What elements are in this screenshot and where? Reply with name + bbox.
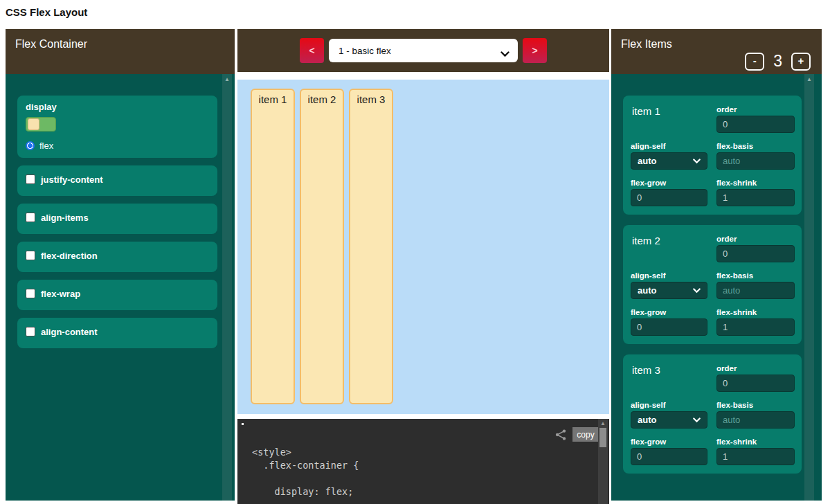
flex-container-title: Flex Container — [15, 38, 87, 51]
flex-wrap-checkbox[interactable] — [26, 289, 35, 298]
order-input[interactable] — [716, 116, 795, 133]
scroll-up-icon[interactable]: ▲ — [598, 419, 608, 428]
add-item-button[interactable]: + — [791, 53, 811, 71]
property-card-align-content: align-content — [17, 318, 217, 348]
item-card-title: item 1 — [631, 105, 707, 133]
chevron-down-icon — [693, 415, 701, 425]
item-count: 3 — [773, 52, 782, 71]
order-input[interactable] — [716, 375, 795, 392]
preview-flex-item: item 2 — [300, 89, 344, 404]
code-line: <style> — [252, 447, 359, 460]
page-title: CSS Flex Layout — [6, 6, 87, 18]
flex-shrink-input[interactable] — [716, 318, 795, 336]
flex-basis-input[interactable] — [716, 411, 795, 429]
align-content-checkbox[interactable] — [26, 327, 35, 336]
right-panel-scrollbar[interactable]: ▲ — [804, 74, 814, 501]
flex-direction-label: flex-direction — [41, 251, 98, 261]
order-field: order — [716, 105, 795, 133]
order-field: order — [716, 364, 795, 392]
justify-content-label: justify-content — [41, 174, 103, 185]
flex-basis-input[interactable] — [716, 282, 795, 299]
property-card-align-items: align-items — [17, 204, 217, 234]
flex-shrink-field: flex-shrink — [716, 438, 795, 465]
display-label: display — [26, 102, 209, 112]
flex-grow-input[interactable] — [631, 448, 707, 465]
flex-items-body: item 1 order align-self auto flex-basis — [611, 74, 822, 501]
preview-flex-item: item 1 — [251, 89, 295, 404]
order-label: order — [716, 105, 795, 114]
scroll-up-icon[interactable]: ▲ — [804, 74, 814, 84]
flex-grow-field: flex-grow — [631, 438, 707, 465]
next-example-button[interactable]: > — [523, 38, 547, 63]
flex-wrap-label: flex-wrap — [41, 289, 80, 299]
flex-items-title: Flex Items — [621, 38, 672, 51]
flex-basis-field: flex-basis — [716, 271, 795, 299]
flex-basis-label: flex-basis — [716, 271, 795, 280]
chevron-down-icon — [693, 156, 701, 166]
flex-shrink-label: flex-shrink — [716, 438, 795, 446]
justify-content-checkbox[interactable] — [26, 174, 35, 184]
align-self-select[interactable]: auto — [631, 411, 707, 429]
flex-grow-field: flex-grow — [631, 179, 707, 206]
flex-radio[interactable] — [26, 141, 35, 150]
code-line — [252, 473, 359, 486]
toggle-knob — [28, 118, 39, 130]
align-self-label: align-self — [631, 401, 707, 409]
scrollbar-thumb[interactable] — [599, 428, 606, 447]
copy-button[interactable]: copy — [572, 427, 599, 442]
flex-direction-checkbox[interactable] — [26, 251, 35, 260]
chevron-down-icon — [693, 285, 701, 296]
flex-items-header: Flex Items - 3 + — [611, 29, 822, 74]
align-self-value: auto — [638, 156, 656, 166]
align-self-field: align-self auto — [631, 142, 707, 170]
align-self-select[interactable]: auto — [631, 282, 707, 299]
align-self-field: align-self auto — [631, 271, 707, 299]
order-input[interactable] — [716, 245, 795, 262]
align-items-checkbox[interactable] — [26, 213, 35, 222]
example-select[interactable]: 1 - basic flex — [329, 39, 518, 62]
flex-preview-area: item 1 item 2 item 3 — [237, 80, 609, 414]
remove-item-button[interactable]: - — [745, 53, 764, 71]
flex-shrink-field: flex-shrink — [716, 179, 795, 206]
property-card-flex-wrap: flex-wrap — [17, 280, 217, 310]
align-self-label: align-self — [631, 142, 707, 150]
display-toggle[interactable] — [26, 117, 56, 132]
flex-grow-label: flex-grow — [631, 179, 707, 187]
flex-shrink-label: flex-shrink — [716, 308, 795, 316]
align-self-label: align-self — [631, 271, 707, 280]
flex-basis-field: flex-basis — [716, 401, 795, 429]
order-label: order — [716, 235, 795, 243]
code-cursor-dot — [242, 423, 244, 425]
left-panel-scrollbar[interactable]: ▲ — [222, 74, 232, 501]
flex-shrink-input[interactable] — [716, 448, 795, 465]
property-card-justify-content: justify-content — [17, 165, 217, 196]
flex-basis-input[interactable] — [716, 152, 795, 170]
flex-radio-label: flex — [39, 141, 53, 151]
flex-shrink-label: flex-shrink — [716, 179, 795, 187]
flex-shrink-field: flex-shrink — [716, 308, 795, 336]
code-scrollbar[interactable]: ▲ — [598, 419, 608, 504]
item-card-title: item 3 — [631, 364, 707, 392]
flex-container-panel: Flex Container display flex justify-cont… — [6, 29, 235, 501]
align-items-label: align-items — [41, 213, 89, 223]
align-self-value: auto — [638, 285, 656, 296]
share-icon[interactable] — [554, 428, 568, 442]
scroll-up-icon[interactable]: ▲ — [222, 74, 232, 84]
flex-basis-label: flex-basis — [716, 142, 795, 150]
align-content-label: align-content — [41, 327, 98, 337]
code-panel: copy <style> .flex-container { display: … — [237, 419, 609, 504]
item-card-2: item 2 order align-self auto flex-basis — [623, 225, 802, 344]
preview-flex-item: item 3 — [349, 89, 393, 404]
flex-container-header: Flex Container — [6, 29, 235, 74]
align-self-select[interactable]: auto — [631, 152, 707, 170]
flex-basis-label: flex-basis — [716, 401, 795, 409]
prev-example-button[interactable]: < — [300, 38, 324, 63]
flex-grow-input[interactable] — [631, 189, 707, 206]
code-line: display: flex; — [252, 486, 359, 499]
item-card-3: item 3 order align-self auto flex-basis — [623, 354, 802, 474]
flex-shrink-input[interactable] — [716, 189, 795, 206]
flex-grow-input[interactable] — [631, 318, 707, 336]
item-card-title: item 2 — [631, 235, 707, 262]
flex-grow-label: flex-grow — [631, 308, 707, 316]
flex-container-body: display flex justify-content align-items… — [6, 74, 235, 501]
